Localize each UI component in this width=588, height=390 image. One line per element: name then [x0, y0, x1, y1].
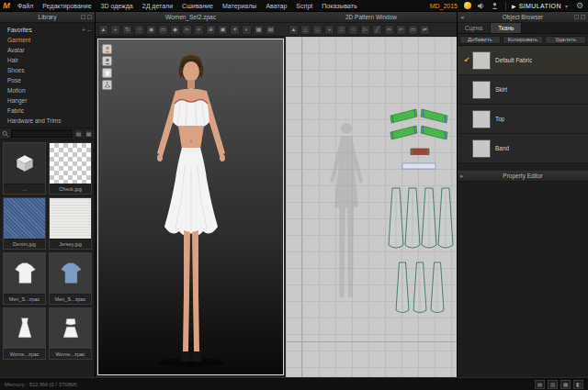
pattern-band-pieces[interactable]	[390, 109, 447, 139]
viewport-2d-header[interactable]: 2D Pattern Window	[286, 12, 457, 23]
object-browser-header[interactable]: ◂ Object Browser	[458, 12, 588, 23]
move-icon[interactable]: +	[110, 25, 120, 35]
menu-show[interactable]: Показывать	[317, 0, 361, 12]
wind-icon[interactable]: ≈	[194, 25, 204, 35]
camera-icon[interactable]: ▣	[218, 25, 228, 35]
garment-ruffle-top[interactable]	[173, 100, 209, 129]
library-thumb-parent-folder[interactable]: ...	[3, 142, 46, 195]
list-view-icon[interactable]: ▤	[74, 129, 83, 138]
shadow-icon[interactable]: ◐	[242, 25, 252, 35]
remove-favorite-icon[interactable]: –	[87, 27, 91, 33]
circle-icon[interactable]: ○	[348, 25, 358, 35]
avatar-3d-model[interactable]	[122, 47, 260, 370]
pattern-canvas[interactable]	[286, 37, 457, 377]
fabric-swatch[interactable]	[472, 110, 491, 128]
library-item-favorites[interactable]: Favorites + –	[0, 25, 95, 35]
copy-fabric-button[interactable]: Копировать	[503, 36, 544, 44]
free-sewing-icon[interactable]: ✄	[396, 25, 406, 35]
library-thumb-men-garment-1[interactable]: Men_S...zpac	[3, 252, 46, 305]
transform-icon[interactable]: ▲	[288, 25, 299, 35]
pattern-skirt-gores-row2[interactable]	[396, 262, 444, 313]
layout-single-view-icon[interactable]: ▤	[535, 380, 545, 389]
fabric-swatch[interactable]	[472, 139, 491, 158]
menu-avatar[interactable]: Аватар	[261, 0, 291, 12]
layout-quad-view-icon[interactable]: ▦	[560, 380, 571, 389]
search-input[interactable]	[11, 129, 73, 138]
edit-pattern-icon[interactable]: △	[300, 25, 311, 35]
measure-icon[interactable]: ▭	[408, 25, 418, 35]
menu-3d-garment[interactable]: 3D одежда	[96, 0, 138, 12]
simulation-toggle[interactable]: SIMULATION	[519, 3, 561, 9]
pin-icon[interactable]: ◆	[170, 25, 180, 35]
user-account-icon[interactable]	[490, 1, 500, 10]
hanger-icon[interactable]	[102, 80, 112, 90]
avatar-head-icon[interactable]	[102, 44, 112, 54]
select-icon[interactable]: ▲	[98, 25, 108, 35]
library-item-avatar[interactable]: Avatar	[0, 45, 95, 55]
viewport-3d-header[interactable]: Women_Set2.zpac	[96, 12, 286, 23]
pattern-strap-piece[interactable]	[402, 163, 435, 169]
garment-visibility-icon[interactable]	[102, 68, 112, 78]
tab-scene[interactable]: Сцена	[458, 23, 491, 33]
rotate-icon[interactable]: ↻	[122, 25, 132, 35]
add-point-icon[interactable]: +	[324, 25, 334, 35]
library-item-fabric[interactable]: Fabric	[0, 106, 95, 116]
fabric-row-top[interactable]: Top	[458, 105, 588, 134]
library-item-garment[interactable]: Garment	[0, 35, 95, 45]
show-avatar-icon[interactable]: ◉	[146, 25, 156, 35]
expand-section-icon[interactable]: ▸	[460, 171, 464, 182]
pin-panel-icon[interactable]	[574, 15, 579, 19]
menu-sewing[interactable]: Сшивание	[177, 0, 218, 12]
rectangle-icon[interactable]: □	[336, 25, 346, 35]
texture-icon[interactable]: ▦	[254, 25, 264, 35]
panel-menu-icon[interactable]	[581, 15, 585, 19]
pattern-waistband-piece[interactable]	[411, 149, 429, 155]
sewing-icon[interactable]: ✂	[182, 25, 192, 35]
library-item-motion[interactable]: Motion	[0, 85, 95, 95]
gizmo-icon[interactable]: ⊕	[206, 25, 216, 35]
simulation-dropdown-icon[interactable]: ▾	[565, 3, 568, 9]
fabric-swatch[interactable]	[472, 51, 491, 70]
pin-panel-icon[interactable]	[81, 15, 85, 19]
render-view-3d[interactable]	[97, 39, 284, 375]
library-thumb-men-garment-2[interactable]: Men_S...zpac	[49, 252, 92, 305]
fabric-row-band[interactable]: Band	[458, 134, 588, 163]
fabric-row-default[interactable]: Default Fabric	[458, 46, 588, 75]
sync-icon[interactable]: ⇄	[420, 25, 430, 35]
tab-fabric[interactable]: Ткань	[491, 23, 522, 33]
internal-line-icon[interactable]: ╱	[372, 25, 382, 35]
add-fabric-button[interactable]: Добавить	[459, 36, 501, 44]
layout-split-view-icon[interactable]: ▥	[548, 380, 558, 389]
pattern-skirt-gores-row1[interactable]	[389, 188, 453, 248]
tape-measure-icon[interactable]: ▭	[158, 25, 168, 35]
sewing-icon[interactable]: ✂	[384, 25, 394, 35]
library-thumb-women-garment-2[interactable]: Wome...zpac	[49, 307, 92, 360]
fabric-row-skirt[interactable]: Skirt	[458, 75, 588, 105]
library-item-hanger[interactable]: Hanger	[0, 95, 95, 106]
library-thumb-denim[interactable]: Denim.jpg	[3, 197, 46, 250]
simulation-play-icon[interactable]: ▶	[512, 3, 516, 9]
delete-fabric-button[interactable]: Удалить	[545, 36, 586, 44]
library-item-shoes[interactable]: Shoes	[0, 65, 95, 75]
garment-flared-skirt[interactable]	[164, 148, 218, 236]
grid-view-icon[interactable]: ▦	[85, 129, 93, 138]
menu-file[interactable]: Файл	[13, 0, 38, 12]
menu-materials[interactable]: Материалы	[218, 0, 261, 12]
edit-curvature-icon[interactable]: ◇	[312, 25, 322, 35]
library-item-pose[interactable]: Pose	[0, 75, 95, 85]
fabric-checkmark-icon[interactable]	[461, 56, 472, 64]
fabric-swatch[interactable]	[472, 81, 491, 99]
library-header[interactable]: Library	[0, 12, 95, 23]
menu-2d-patterns[interactable]: 2Д детали	[138, 0, 177, 12]
panel-menu-icon[interactable]	[87, 15, 92, 19]
speaker-icon[interactable]	[476, 1, 486, 10]
menu-script[interactable]: Script	[291, 0, 317, 12]
library-item-hardware-trims[interactable]: Hardware and Trims	[0, 116, 95, 126]
notification-badge-icon[interactable]	[464, 2, 471, 9]
settings-gear-icon[interactable]: ⚙	[576, 0, 583, 12]
grid-icon[interactable]: ▤	[266, 25, 276, 35]
zoom-icon[interactable]: ○	[134, 25, 144, 35]
layout-custom-view-icon[interactable]: ◧	[573, 380, 583, 389]
polygon-icon[interactable]: ▷	[360, 25, 370, 35]
library-thumb-jersey[interactable]: Jersey.jpg	[49, 197, 92, 250]
